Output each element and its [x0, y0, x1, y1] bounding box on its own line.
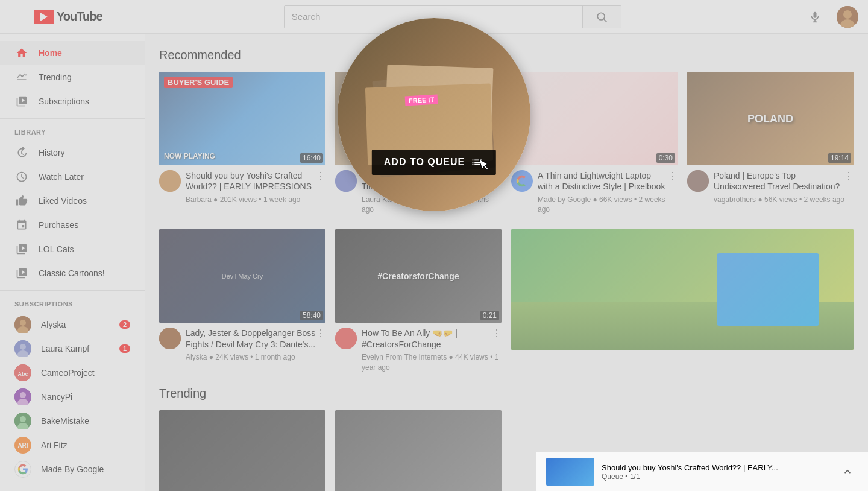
- ari-fitz-label: Ari Fitz: [41, 440, 130, 450]
- sidebar-label-classic-cartoons: Classic Cartoons!: [39, 268, 105, 278]
- video-more-laptop[interactable]: ⋮: [668, 170, 678, 182]
- svg-point-0: [598, 13, 605, 20]
- video-thumb-laptop: 0:30: [511, 72, 678, 165]
- video-card-dmc[interactable]: Devil May Cry 58:40 Lady, Jester & Doppe…: [159, 229, 326, 372]
- sidebar-item-trending[interactable]: Trending: [0, 65, 145, 89]
- bake-mistake-label: BakeMistake: [41, 416, 130, 426]
- sidebar-item-ari-fitz[interactable]: ARI Ari Fitz: [0, 433, 145, 457]
- youtube-logo-text: YouTube: [57, 10, 102, 24]
- made-by-google-avatar: [14, 461, 31, 478]
- sidebar-label-history: History: [39, 148, 65, 157]
- video-thumb-yoshi: NOW PLAYING BUYER'S GUIDE 16:40: [159, 72, 326, 165]
- alyska-badge: 2: [119, 320, 130, 329]
- sidebar-item-liked-videos[interactable]: Liked Videos: [0, 189, 145, 213]
- video-more-poland[interactable]: ⋮: [844, 170, 854, 182]
- clock-icon-zoom[interactable]: [503, 24, 524, 46]
- sidebar-item-nancypi[interactable]: NancyPi: [0, 385, 145, 409]
- queue-icon-container: [471, 156, 484, 169]
- user-avatar[interactable]: [837, 6, 858, 28]
- nancypi-avatar: [14, 388, 31, 405]
- channel-avatar-poland: [687, 170, 709, 192]
- video-ago-yoshi: 1 week ago: [263, 195, 300, 204]
- video-duration-ally: 0:21: [480, 311, 499, 320]
- video-ago-dmc: 1 month ago: [255, 353, 295, 361]
- sidebar-item-made-by-google[interactable]: Made By Google: [0, 457, 145, 481]
- playlist-icon-2: [14, 266, 29, 280]
- svg-text:Abc: Abc: [17, 371, 28, 377]
- search-button[interactable]: [582, 6, 621, 28]
- trending-icon: [14, 70, 29, 84]
- video-card-trending-2[interactable]: [335, 410, 502, 491]
- video-card-poland[interactable]: POLAND 19:14 Poland | Europe's Top Undis…: [687, 72, 854, 215]
- sidebar-item-watch-later[interactable]: Watch Later: [0, 165, 145, 189]
- video-thumb-poland: POLAND 19:14: [687, 72, 854, 165]
- hamburger-menu-button[interactable]: [10, 10, 24, 24]
- add-queue-label: ADD TO QUEUE: [384, 157, 465, 168]
- sidebar-label-home: Home: [39, 48, 62, 58]
- sidebar-item-laura-kampf[interactable]: Laura Kampf 1: [0, 337, 145, 361]
- video-views-laptop: 66K views: [599, 195, 632, 204]
- search-icon: [596, 11, 608, 23]
- channel-name-poland: vagabrothers: [714, 195, 756, 204]
- video-title-laptop: A Thin and Lightweight Laptop with a Dis…: [538, 170, 668, 192]
- video-card-yoshi2[interactable]: [511, 229, 854, 372]
- video-ago-poland: 2 weeks ago: [804, 195, 844, 204]
- svg-point-9: [20, 320, 26, 326]
- laura-kampf-badge: 1: [119, 344, 130, 353]
- add-to-queue-button[interactable]: ADD TO QUEUE: [372, 150, 496, 175]
- sidebar-item-cameo-project[interactable]: Abc CameoProject: [0, 361, 145, 385]
- channel-avatar-ally: [335, 328, 357, 349]
- chevron-up-icon: [841, 466, 854, 478]
- sidebar-item-lol-cats[interactable]: LOL Cats: [0, 237, 145, 261]
- sidebar-item-classic-cartoons[interactable]: Classic Cartoons!: [0, 261, 145, 285]
- channel-name-ally: Evelyn From The Internets: [362, 353, 447, 361]
- alyska-avatar: [14, 316, 31, 333]
- channel-name-yoshi: Barbara: [186, 195, 212, 204]
- channel-avatar-dmc: [159, 328, 181, 349]
- video-title-poland: Poland | Europe's Top Undiscovered Trave…: [714, 170, 844, 192]
- playlist-icon-1: [14, 242, 29, 256]
- cameo-project-label: CameoProject: [41, 368, 130, 378]
- sidebar-item-purchases[interactable]: Purchases: [0, 213, 145, 237]
- mini-player-thumb: [546, 458, 594, 486]
- sidebar-label-watch-later: Watch Later: [39, 172, 84, 182]
- sidebar-label-liked-videos: Liked Videos: [39, 196, 87, 206]
- liked-videos-icon: [14, 194, 29, 208]
- video-more-ally[interactable]: ⋮: [492, 328, 502, 339]
- video-thumb-trending-2: [335, 410, 502, 491]
- sidebar-item-alyska[interactable]: Alyska 2: [0, 312, 145, 337]
- video-card-trending-1[interactable]: [159, 410, 326, 491]
- zoom-circle-overlay: FREE IT ADD TO QUEUE: [338, 18, 530, 211]
- mic-button[interactable]: [803, 5, 827, 29]
- mini-player-expand-button[interactable]: [837, 461, 858, 483]
- video-card-ally[interactable]: #CreatorsforChange 0:21 How To Be An All…: [335, 229, 502, 372]
- video-card-laptop[interactable]: 0:30 A Thin and Lightweight Laptop with …: [511, 72, 678, 215]
- alyska-label: Alyska: [41, 320, 110, 329]
- video-grid-row2: Devil May Cry 58:40 Lady, Jester & Doppe…: [159, 229, 854, 372]
- bake-mistake-avatar: [14, 413, 31, 429]
- sidebar-item-bake-mistake[interactable]: BakeMistake: [0, 409, 145, 433]
- sidebar-item-home[interactable]: Home: [0, 41, 145, 65]
- sidebar-item-history[interactable]: History: [0, 141, 145, 165]
- video-views-ally: 44K views: [455, 353, 488, 361]
- video-card-yoshi[interactable]: NOW PLAYING BUYER'S GUIDE 16:40 Should y…: [159, 72, 326, 215]
- watch-later-icon: [14, 169, 29, 184]
- subscriptions-section-title: SUBSCRIPTIONS: [0, 296, 145, 312]
- purchases-icon: [14, 218, 29, 232]
- trending-title: Trending: [159, 387, 854, 401]
- video-views-poland: 56K views: [764, 195, 797, 204]
- youtube-logo-icon: [34, 10, 54, 24]
- youtube-logo[interactable]: YouTube: [34, 10, 102, 24]
- sidebar-library-section: LIBRARY History Watch Later Liked Videos: [0, 124, 145, 285]
- video-more-dmc[interactable]: ⋮: [316, 328, 326, 339]
- video-thumb-yoshi2: [511, 229, 854, 350]
- video-more-yoshi[interactable]: ⋮: [316, 170, 326, 182]
- sidebar-divider-2: [0, 290, 145, 291]
- sidebar-item-subscriptions[interactable]: Subscriptions: [0, 89, 145, 113]
- mini-player-title: Should you buy Yoshi's Crafted World?? |…: [602, 463, 829, 472]
- library-section-title: LIBRARY: [0, 124, 145, 141]
- video-title-ally: How To Be An Ally 🤜🤛 | #CreatorsForChang…: [362, 328, 492, 349]
- mini-player-info: Should you buy Yoshi's Crafted World?? |…: [602, 463, 829, 481]
- video-thumb-trending-1: [159, 410, 326, 491]
- home-icon: [14, 46, 29, 60]
